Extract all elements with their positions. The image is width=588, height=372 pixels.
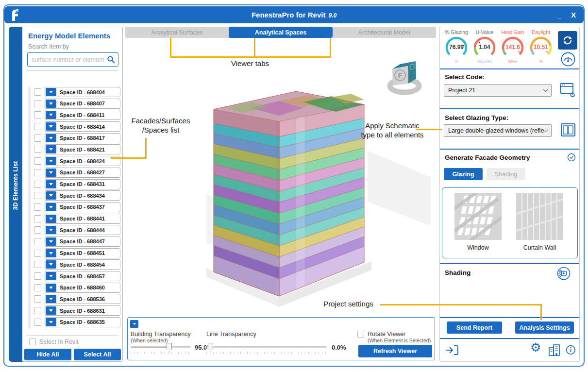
row-box[interactable]: Space ID - 688536 — [45, 294, 120, 304]
row-expand-button[interactable] — [46, 284, 56, 292]
row-checkbox[interactable] — [34, 238, 41, 245]
row-expand-button[interactable] — [46, 145, 56, 153]
row-box[interactable]: Space ID - 688414 — [45, 121, 120, 132]
list-item[interactable]: Space ID - 688460 — [34, 283, 120, 293]
hide-all-button[interactable]: Hide All — [24, 349, 71, 360]
row-expand-button[interactable] — [46, 88, 56, 96]
list-item[interactable]: Space ID - 688447 — [34, 237, 120, 247]
row-box[interactable]: Space ID - 688427 — [45, 168, 120, 178]
list-item[interactable]: Space ID - 688635 — [34, 317, 120, 327]
list-item[interactable]: Space ID - 688437 — [34, 202, 120, 212]
search-input[interactable] — [31, 56, 107, 64]
row-checkbox[interactable] — [34, 284, 41, 291]
minimize-button[interactable]: _ — [557, 11, 561, 19]
select-code-dropdown[interactable]: Project 21 — [444, 84, 552, 97]
row-box[interactable]: Space ID - 688411 — [45, 110, 120, 120]
row-expand-button[interactable] — [46, 191, 56, 200]
row-expand-button[interactable] — [46, 111, 56, 119]
row-box[interactable]: Space ID - 688421 — [45, 144, 120, 154]
refresh-viewer-button[interactable]: Refresh Viewer — [358, 345, 432, 357]
row-expand-button[interactable] — [46, 306, 56, 315]
list-item[interactable]: Space ID - 688424 — [34, 156, 120, 166]
row-checkbox[interactable] — [34, 250, 41, 257]
row-checkbox[interactable] — [34, 203, 41, 211]
row-box[interactable]: Space ID - 688635 — [45, 317, 120, 327]
row-box[interactable]: Space ID - 688441 — [45, 214, 120, 224]
list-item[interactable]: Space ID - 688454 — [34, 259, 120, 270]
tab-analytical-spaces[interactable]: Analytical Spaces — [229, 27, 332, 38]
list-item[interactable]: Space ID - 688434 — [34, 190, 120, 201]
row-checkbox[interactable] — [34, 272, 41, 280]
row-expand-button[interactable] — [46, 180, 56, 188]
tab-analytical-surfaces[interactable]: Analytical Surfaces — [125, 27, 229, 38]
row-checkbox[interactable] — [34, 146, 41, 153]
shading-tab-button[interactable]: Shading — [487, 168, 525, 180]
list-item[interactable]: Space ID - 688411 — [34, 110, 120, 120]
row-expand-button[interactable] — [46, 157, 56, 165]
panel-collapse-button[interactable] — [130, 320, 138, 328]
row-box[interactable]: Space ID - 688407 — [45, 99, 120, 109]
line-transparency-slider[interactable] — [206, 346, 327, 348]
code-settings-icon[interactable]: ⚙ — [558, 81, 577, 99]
list-item[interactable]: Space ID - 688407 — [34, 99, 120, 109]
row-expand-button[interactable] — [46, 215, 56, 223]
row-checkbox[interactable] — [34, 157, 41, 165]
row-box[interactable]: Space ID - 688417 — [45, 133, 120, 143]
row-expand-button[interactable] — [46, 100, 56, 108]
list-item[interactable]: Space ID - 688444 — [34, 225, 120, 235]
list-scrollbar[interactable] — [28, 87, 31, 329]
row-box[interactable]: Space ID - 688457 — [45, 271, 120, 281]
row-box[interactable]: Space ID - 688631 — [45, 305, 120, 316]
row-checkbox[interactable] — [34, 169, 41, 176]
row-expand-button[interactable] — [46, 134, 56, 142]
row-checkbox[interactable] — [34, 100, 41, 107]
list-item[interactable]: Space ID - 688451 — [34, 248, 120, 258]
row-checkbox[interactable] — [34, 319, 41, 326]
list-item[interactable]: Space ID - 688431 — [34, 179, 120, 189]
row-box[interactable]: Space ID - 688404 — [45, 87, 120, 97]
row-expand-button[interactable] — [46, 318, 56, 326]
row-box[interactable]: Space ID - 688460 — [45, 283, 120, 293]
exit-icon[interactable] — [445, 344, 459, 356]
glazing-tab-button[interactable]: Glazing — [444, 168, 483, 180]
send-report-button[interactable]: Send Report — [447, 321, 502, 334]
building-icon[interactable] — [548, 343, 561, 357]
row-expand-button[interactable] — [46, 272, 56, 280]
list-item[interactable]: Space ID - 688414 — [34, 121, 120, 132]
row-checkbox[interactable] — [34, 215, 41, 222]
settings-gear-icon[interactable]: ⚙ — [530, 340, 541, 355]
row-checkbox[interactable] — [34, 181, 41, 188]
list-item[interactable]: Space ID - 688404 — [34, 87, 120, 97]
row-box[interactable]: Space ID - 688434 — [45, 190, 120, 201]
row-expand-button[interactable] — [46, 249, 56, 257]
row-checkbox[interactable] — [34, 192, 41, 199]
list-item[interactable]: Space ID - 688457 — [34, 271, 120, 281]
shading-icon[interactable] — [556, 266, 571, 281]
curtain-wall-option[interactable]: Curtain Wall — [516, 193, 563, 251]
glazing-type-icon[interactable] — [560, 123, 576, 137]
rotate-viewer-checkbox[interactable] — [357, 331, 364, 338]
list-item[interactable]: Space ID - 688631 — [34, 305, 120, 316]
row-checkbox[interactable] — [34, 88, 41, 96]
analysis-settings-button[interactable]: Analysis Settings — [515, 321, 574, 334]
row-expand-button[interactable] — [46, 295, 56, 303]
row-checkbox[interactable] — [34, 295, 41, 303]
row-box[interactable]: Space ID - 688437 — [45, 202, 120, 212]
row-box[interactable]: Space ID - 688424 — [45, 156, 120, 166]
row-box[interactable]: Space ID - 688447 — [45, 237, 120, 247]
select-in-revit-checkbox[interactable] — [29, 338, 36, 345]
list-item[interactable]: Space ID - 688536 — [34, 294, 120, 304]
row-expand-button[interactable] — [46, 203, 56, 211]
select-all-button[interactable]: Select All — [74, 349, 121, 360]
row-expand-button[interactable] — [46, 226, 56, 234]
row-box[interactable]: Space ID - 688454 — [45, 259, 120, 270]
row-checkbox[interactable] — [34, 226, 41, 234]
select-glazing-dropdown[interactable]: Large double-glazed windows (reflecti — [444, 124, 552, 137]
row-box[interactable]: Space ID - 688451 — [45, 248, 120, 258]
refresh-metrics-button[interactable] — [558, 31, 577, 50]
info-icon[interactable] — [566, 345, 576, 355]
row-checkbox[interactable] — [34, 261, 41, 268]
tab-architectural-model[interactable]: Architectural Model — [333, 27, 436, 38]
row-expand-button[interactable] — [46, 169, 56, 177]
building-transparency-slider[interactable] — [131, 346, 191, 348]
